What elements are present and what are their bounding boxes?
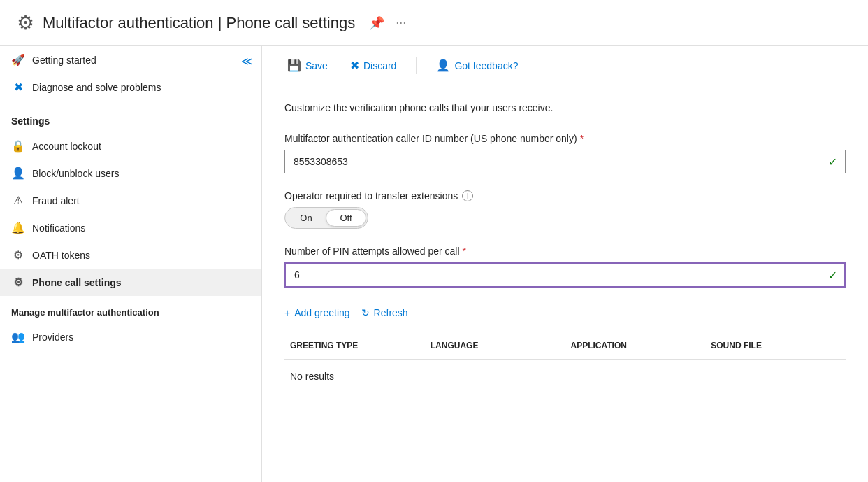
caller-id-label: Multifactor authentication caller ID num… xyxy=(284,133,846,144)
pin-attempts-field-group: Number of PIN attempts allowed per call … xyxy=(284,246,846,288)
pin-attempts-check-icon: ✓ xyxy=(828,269,837,282)
greeting-toolbar: + Add greeting ↻ Refresh xyxy=(284,304,846,321)
sidebar-item-providers[interactable]: 👥 Providers xyxy=(0,323,261,350)
sidebar-item-label: Phone call settings xyxy=(32,277,122,288)
col-sound-file: SOUND FILE xyxy=(705,338,846,353)
pin-attempts-required: * xyxy=(463,246,466,257)
oath-icon: ⚙ xyxy=(11,248,25,262)
sidebar-item-block-unblock[interactable]: 👤 Block/unblock users xyxy=(0,160,261,187)
feedback-button[interactable]: 👤 Got feedback? xyxy=(428,55,526,76)
sidebar-item-label: Diagnose and solve problems xyxy=(32,82,161,93)
save-icon: 💾 xyxy=(287,59,301,72)
page-header: ⚙ Multifactor authentication | Phone cal… xyxy=(0,0,868,46)
sidebar-item-getting-started[interactable]: 🚀 Getting started xyxy=(0,46,261,73)
sidebar-item-phone-call-settings[interactable]: ⚙ Phone call settings xyxy=(0,269,261,296)
discard-button[interactable]: ✖ Discard xyxy=(342,55,405,76)
save-label: Save xyxy=(305,60,328,71)
sidebar-item-account-lockout[interactable]: 🔒 Account lockout xyxy=(0,132,261,160)
toolbar-divider xyxy=(416,57,417,74)
content-description: Customize the verification phone calls t… xyxy=(284,102,846,113)
feedback-icon: 👤 xyxy=(436,59,450,72)
operator-info-icon[interactable]: i xyxy=(462,190,473,201)
add-greeting-label: Add greeting xyxy=(294,307,349,318)
manage-section-label: Manage multifactor authentication xyxy=(0,296,261,323)
diagnose-icon: ✖ xyxy=(11,80,25,94)
pin-icon[interactable]: 📌 xyxy=(369,15,384,31)
refresh-icon: ↻ xyxy=(361,307,370,318)
settings-section-label: Settings xyxy=(0,104,261,132)
pin-attempts-input[interactable] xyxy=(284,262,846,288)
sidebar: ≪ 🚀 Getting started ✖ Diagnose and solve… xyxy=(0,46,262,482)
providers-icon: 👥 xyxy=(11,330,25,343)
sidebar-item-diagnose[interactable]: ✖ Diagnose and solve problems xyxy=(0,73,261,101)
discard-label: Discard xyxy=(363,60,396,71)
sidebar-item-fraud-alert[interactable]: ⚠ Fraud alert xyxy=(0,187,261,214)
content-area: Customize the verification phone calls t… xyxy=(262,85,868,482)
col-greeting-type: GREETING TYPE xyxy=(284,338,425,353)
refresh-button[interactable]: ↻ Refresh xyxy=(361,304,408,321)
feedback-label: Got feedback? xyxy=(454,60,518,71)
caller-id-input[interactable] xyxy=(284,150,846,173)
table-empty-message: No results xyxy=(284,360,846,393)
add-greeting-plus-icon: + xyxy=(284,307,290,318)
toggle-off-option[interactable]: Off xyxy=(326,209,366,227)
toggle-on-option[interactable]: On xyxy=(287,210,326,226)
col-application: APPLICATION xyxy=(565,338,706,353)
caller-id-input-wrapper: ✓ xyxy=(284,150,846,173)
action-toolbar: 💾 Save ✖ Discard 👤 Got feedback? xyxy=(262,46,868,85)
lock-icon: 🔒 xyxy=(11,139,25,153)
bell-icon: 🔔 xyxy=(11,221,25,234)
phone-settings-icon: ⚙ xyxy=(11,276,25,289)
sidebar-item-label: Fraud alert xyxy=(32,195,80,206)
refresh-label: Refresh xyxy=(374,307,408,318)
block-unblock-icon: 👤 xyxy=(11,166,25,180)
main-layout: ≪ 🚀 Getting started ✖ Diagnose and solve… xyxy=(0,46,868,482)
operator-toggle-group: Operator required to transfer extensions… xyxy=(284,190,846,229)
sidebar-item-oath-tokens[interactable]: ⚙ OATH tokens xyxy=(0,241,261,269)
greetings-table-header: GREETING TYPE LANGUAGE APPLICATION SOUND… xyxy=(284,332,846,360)
caller-id-check-icon: ✓ xyxy=(828,155,837,169)
caller-id-field-group: Multifactor authentication caller ID num… xyxy=(284,133,846,173)
gear-icon: ⚙ xyxy=(17,11,34,34)
operator-label: Operator required to transfer extensions… xyxy=(284,190,846,201)
more-icon[interactable]: ··· xyxy=(396,15,406,30)
sidebar-item-label: Account lockout xyxy=(32,141,101,152)
main-content: 💾 Save ✖ Discard 👤 Got feedback? Customi… xyxy=(262,46,868,482)
add-greeting-button[interactable]: + Add greeting xyxy=(284,304,350,321)
sidebar-collapse-button[interactable]: ≪ xyxy=(238,52,256,71)
discard-icon: ✖ xyxy=(350,59,359,72)
save-button[interactable]: 💾 Save xyxy=(279,55,336,76)
page-title: Multifactor authentication | Phone call … xyxy=(43,14,355,32)
caller-id-required: * xyxy=(580,133,584,144)
sidebar-item-label: OATH tokens xyxy=(32,250,90,261)
operator-toggle[interactable]: On Off xyxy=(284,207,368,229)
pin-attempts-input-wrapper: ✓ xyxy=(284,262,846,288)
sidebar-item-label: Providers xyxy=(32,332,73,343)
sidebar-item-label: Getting started xyxy=(32,55,96,66)
sidebar-item-label: Block/unblock users xyxy=(32,168,120,179)
sidebar-item-notifications[interactable]: 🔔 Notifications xyxy=(0,214,261,241)
warning-icon: ⚠ xyxy=(11,194,25,207)
sidebar-item-label: Notifications xyxy=(32,222,85,234)
pin-attempts-label: Number of PIN attempts allowed per call … xyxy=(284,246,846,257)
col-language: LANGUAGE xyxy=(425,338,565,353)
getting-started-icon: 🚀 xyxy=(11,53,25,66)
